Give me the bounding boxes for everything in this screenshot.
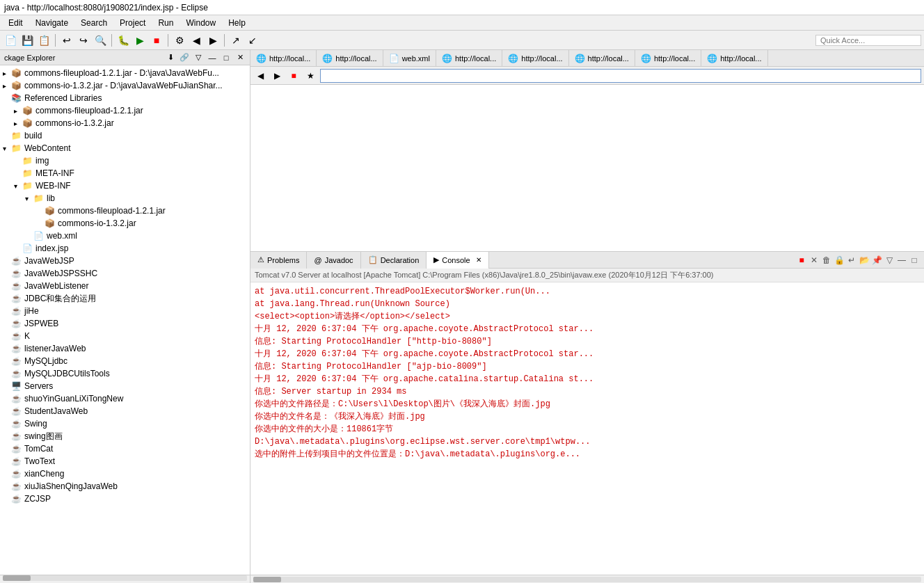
collapse-all-btn[interactable]: ⬇ <box>165 52 176 63</box>
tree-item-22[interactable]: ☕ listenerJavaWeb <box>0 342 250 355</box>
toolbar-btn-3[interactable]: 📋 <box>36 33 51 48</box>
console-content[interactable]: at java.util.concurrent.ThreadPoolExecut… <box>250 282 924 575</box>
browser-tab-0[interactable]: 🌐http://local... <box>250 50 317 67</box>
panel-menu-btn[interactable]: ▽ <box>193 52 204 63</box>
tree-item-25[interactable]: 🖥️ Servers <box>0 380 250 392</box>
toolbar-btn-8[interactable]: ◀ <box>189 33 204 48</box>
tree-item-23[interactable]: ☕ MySQLjdbc <box>0 355 250 367</box>
tree-item-28[interactable]: ☕ Swing <box>0 417 250 430</box>
toolbar-btn-5[interactable]: ↪ <box>76 33 91 48</box>
tree-item-29[interactable]: ☕ swing图画 <box>0 430 250 442</box>
tree-item-9[interactable]: ▾ 📁 WEB-INF <box>0 179 250 192</box>
tree-item-14[interactable]: 📄 index.jsp <box>0 242 250 255</box>
menu-item-run[interactable]: Run <box>152 17 179 29</box>
console-bottom-scroll[interactable] <box>250 575 924 583</box>
open-file-btn[interactable]: 📂 <box>859 255 870 266</box>
toolbar-btn-debug[interactable]: 🐛 <box>116 33 131 48</box>
tree-item-16[interactable]: ☕ JavaWebJSPSSHC <box>0 267 250 280</box>
toolbar-btn-1[interactable]: 📄 <box>3 33 18 48</box>
tree-label-13: web.xml <box>47 231 77 241</box>
tree-item-1[interactable]: ▸ 📦 commons-io-1.3.2.jar - D:\java\JavaW… <box>0 79 250 92</box>
panel-close-btn[interactable]: ✕ <box>234 52 246 63</box>
pkg-tree-hscroll[interactable] <box>0 575 250 583</box>
address-input[interactable]: http://localhost:8080/j1908021/up <box>320 69 921 83</box>
terminate-btn[interactable]: ■ <box>796 255 807 266</box>
toolbar-btn-7[interactable]: ⚙ <box>172 33 187 48</box>
tree-item-5[interactable]: 📁 build <box>0 129 250 142</box>
panel-max-btn[interactable]: □ <box>221 52 232 63</box>
tree-item-2[interactable]: 📚 Referenced Libraries <box>0 92 250 104</box>
tree-item-21[interactable]: ☕ K <box>0 330 250 342</box>
tab-javadoc[interactable]: @ Javadoc <box>307 252 360 269</box>
tree-item-33[interactable]: ☕ xiuJiaShenQingJavaWeb <box>0 480 250 493</box>
scroll-lock-btn[interactable]: 🔒 <box>834 255 845 266</box>
tree-item-4[interactable]: ▸ 📦 commons-io-1.3.2.jar <box>0 117 250 129</box>
browser-tab-3[interactable]: 🌐http://local... <box>436 50 502 67</box>
toolbar-btn-run[interactable]: ▶ <box>132 33 148 48</box>
toolbar-btn-11[interactable]: ↙ <box>245 33 260 48</box>
toolbar-btn-6[interactable]: 🔍 <box>93 33 108 48</box>
toolbar-btn-2[interactable]: 💾 <box>19 33 35 48</box>
browser-tab-6[interactable]: 🌐http://local... <box>635 50 701 67</box>
browser-tab-1[interactable]: 🌐http://local... <box>317 50 383 67</box>
word-wrap-btn[interactable]: ↵ <box>846 255 857 266</box>
menu-item-navigate[interactable]: Navigate <box>30 17 74 29</box>
browser-tab-4[interactable]: 🌐http://local... <box>502 50 568 67</box>
tree-item-18[interactable]: ☕ JDBC和集合的运用 <box>0 292 250 305</box>
tree-item-0[interactable]: ▸ 📦 commons-fileupload-1.2.1.jar - D:\ja… <box>0 67 250 79</box>
menu-item-search[interactable]: Search <box>75 17 113 29</box>
tree-icon-18: ☕ <box>11 294 22 303</box>
forward-btn[interactable]: ▶ <box>270 69 284 83</box>
back-btn[interactable]: ◀ <box>253 69 267 83</box>
tree-item-10[interactable]: ▾ 📁 lib <box>0 192 250 205</box>
toolbar-btn-10[interactable]: ↗ <box>228 33 244 48</box>
tree-item-31[interactable]: ☕ TwoText <box>0 455 250 468</box>
tree-item-13[interactable]: 📄 web.xml <box>0 230 250 242</box>
browser-tab-5[interactable]: 🌐http://local... <box>569 50 635 67</box>
tree-item-12[interactable]: 📦 commons-io-1.3.2.jar <box>0 217 250 230</box>
tree-label-21: K <box>24 331 30 341</box>
browser-tab-7[interactable]: 🌐http://local... <box>701 50 767 67</box>
panel-min-btn[interactable]: — <box>207 52 218 63</box>
pin-btn[interactable]: 📌 <box>871 255 882 266</box>
tree-item-19[interactable]: ☕ jiHe <box>0 305 250 317</box>
tree-item-8[interactable]: 📁 META-INF <box>0 167 250 179</box>
tree-item-32[interactable]: ☕ xianCheng <box>0 468 250 480</box>
tab-console[interactable]: ▶ Console ✕ <box>427 252 488 269</box>
console-min-btn[interactable]: — <box>896 255 907 266</box>
console-close-icon[interactable]: ✕ <box>476 256 481 264</box>
browser-tab-2[interactable]: 📄web.xml <box>383 50 436 67</box>
bookmark-btn[interactable]: ★ <box>303 69 317 83</box>
tree-item-26[interactable]: ☕ shuoYinGuanLiXiTongNew <box>0 392 250 405</box>
tree-item-27[interactable]: ☕ StudentJavaWeb <box>0 405 250 417</box>
menu-item-help[interactable]: Help <box>223 17 251 29</box>
tree-item-11[interactable]: 📦 commons-fileupload-1.2.1.jar <box>0 205 250 217</box>
toolbar-btn-4[interactable]: ↩ <box>59 33 74 48</box>
tree-item-17[interactable]: ☕ JavaWebListener <box>0 280 250 292</box>
browser-tab-label-5: http://local... <box>588 54 629 63</box>
menu-item-edit[interactable]: Edit <box>3 17 29 29</box>
menu-item-window[interactable]: Window <box>180 17 221 29</box>
link-with-editor-btn[interactable]: 🔗 <box>179 52 190 63</box>
tree-item-24[interactable]: ☕ MySQLJDBCUtilsTools <box>0 367 250 380</box>
menu-item-project[interactable]: Project <box>114 17 151 29</box>
tab-declaration[interactable]: 📋 Declaration <box>361 252 427 269</box>
tab-problems[interactable]: ⚠ Problems <box>250 252 307 269</box>
console-menu-btn[interactable]: ▽ <box>884 255 895 266</box>
remove-btn[interactable]: ✕ <box>808 255 820 266</box>
tree-item-15[interactable]: ☕ JavaWebJSP <box>0 255 250 267</box>
toolbar-btn-9[interactable]: ▶ <box>205 33 221 48</box>
tree-item-34[interactable]: ☕ ZCJSP <box>0 493 250 505</box>
stop-btn[interactable]: ■ <box>287 69 301 83</box>
quick-access-input[interactable] <box>815 35 921 46</box>
tree-item-30[interactable]: ☕ TomCat <box>0 442 250 455</box>
tree-label-15: JavaWebJSP <box>24 256 74 266</box>
clear-btn[interactable]: 🗑 <box>821 255 832 266</box>
browser-tabs: 🌐http://local...🌐http://local...📄web.xml… <box>250 50 924 67</box>
console-max-btn[interactable]: □ <box>909 255 920 266</box>
tree-item-3[interactable]: ▸ 📦 commons-fileupload-1.2.1.jar <box>0 104 250 117</box>
tree-item-6[interactable]: ▾ 📁 WebContent <box>0 142 250 154</box>
tree-item-20[interactable]: ☕ JSPWEB <box>0 317 250 330</box>
tree-item-7[interactable]: 📁 img <box>0 154 250 167</box>
toolbar-btn-stop[interactable]: ■ <box>149 33 164 48</box>
